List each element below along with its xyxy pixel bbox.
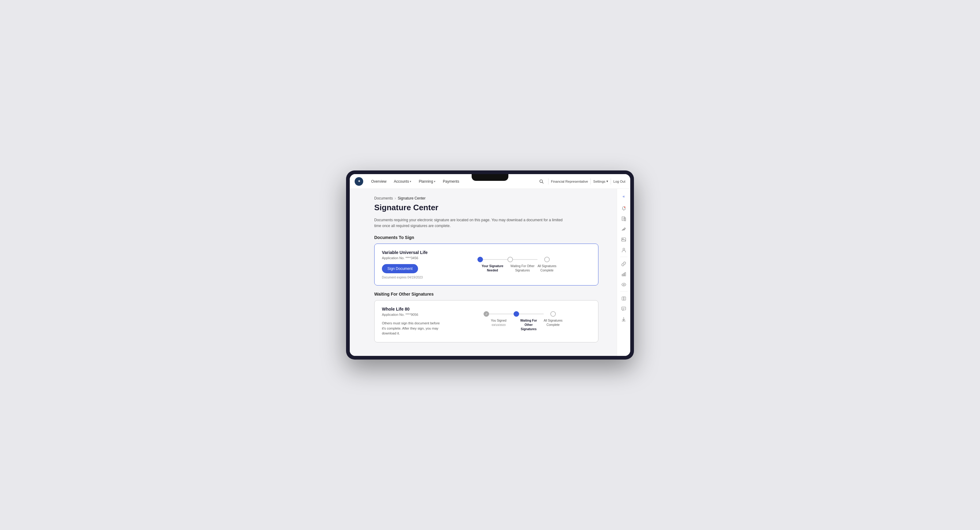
sidebar-right: « bbox=[617, 189, 630, 356]
doc-appno-vul: Application No. ****3456 bbox=[382, 256, 431, 260]
wl-step-2-wrapper: Waiting For OtherSignatures bbox=[514, 311, 544, 332]
wl-step-3-wrapper: All SignaturesComplete bbox=[544, 311, 563, 327]
step-1-line bbox=[477, 257, 508, 262]
sidebar-divider-2 bbox=[620, 291, 627, 292]
nav-divider-3 bbox=[611, 178, 611, 184]
progress-steps-wl80: ✓ You Signed 03/10/2023 bbox=[455, 311, 591, 332]
sidebar-collapse-button[interactable]: « bbox=[620, 192, 628, 200]
nav-divider-2 bbox=[590, 178, 591, 184]
doc-expires-vul: Document expires 04/19/2023 bbox=[382, 276, 431, 279]
breadcrumb: Documents › Signature Center bbox=[374, 196, 598, 200]
wl-step-1-wrapper: ✓ You Signed 03/10/2023 bbox=[484, 311, 514, 327]
doc-info-vul: Variable Universal Life Application No. … bbox=[382, 250, 431, 279]
documents-to-sign-title: Documents To Sign bbox=[374, 235, 598, 240]
wl-step-3-circle bbox=[550, 311, 556, 317]
book-icon[interactable] bbox=[619, 294, 629, 303]
wl-step-1-connector bbox=[489, 314, 514, 314]
document-card-wl80: Whole Life 80 Application No. ****9056 O… bbox=[374, 300, 598, 343]
logout-button[interactable]: Log Out bbox=[613, 179, 625, 183]
bar-chart-icon[interactable] bbox=[619, 269, 629, 279]
step-1-label: Your SignatureNeeded bbox=[482, 264, 503, 273]
breadcrumb-parent[interactable]: Documents bbox=[374, 196, 393, 200]
waiting-section: Waiting For Other Signatures Whole Life … bbox=[374, 292, 598, 343]
step-3-circle bbox=[544, 257, 550, 262]
wl-step-3-line bbox=[550, 311, 556, 317]
wl-step-2-connector bbox=[519, 314, 544, 314]
person-icon[interactable] bbox=[619, 245, 629, 255]
svg-point-2 bbox=[624, 206, 625, 208]
nav-logo-icon: ✦ bbox=[358, 179, 360, 183]
wl-step-1-line: ✓ bbox=[484, 311, 514, 317]
nav-role: Financial Representative bbox=[551, 179, 588, 183]
step-2-wrapper: Waiting For OtherSignatures bbox=[508, 257, 538, 273]
main-content: Documents › Signature Center Signature C… bbox=[350, 189, 617, 356]
nav-planning[interactable]: Planning ▾ bbox=[415, 178, 439, 186]
nav-links: Overview Accounts ▾ Planning ▾ Payments bbox=[368, 178, 537, 186]
nav-payments[interactable]: Payments bbox=[440, 178, 462, 186]
planning-chevron-icon: ▾ bbox=[434, 180, 436, 183]
breadcrumb-current: Signature Center bbox=[398, 196, 426, 200]
message-icon[interactable] bbox=[619, 304, 629, 314]
step-2-circle bbox=[508, 257, 513, 262]
document-icon[interactable] bbox=[619, 214, 629, 224]
settings-menu[interactable]: Settings ▾ bbox=[593, 179, 608, 183]
nav-overview[interactable]: Overview bbox=[368, 178, 390, 186]
page-description: Documents requiring your electronic sign… bbox=[374, 217, 570, 229]
doc-others-text: Others must sign this document before it… bbox=[382, 321, 443, 336]
nav-logo[interactable]: ✦ bbox=[355, 177, 363, 186]
svg-rect-8 bbox=[623, 273, 624, 276]
page-title: Signature Center bbox=[374, 203, 598, 213]
progress-steps-vul: Your SignatureNeeded Waiting For OtherSi… bbox=[443, 257, 591, 273]
document-card-vul: Variable Universal Life Application No. … bbox=[374, 244, 598, 286]
svg-rect-4 bbox=[622, 238, 626, 241]
settings-chevron-icon: ▾ bbox=[606, 179, 608, 183]
nav-divider bbox=[548, 178, 549, 184]
wl-step-1-circle: ✓ bbox=[484, 311, 489, 317]
search-button[interactable] bbox=[537, 177, 546, 186]
breadcrumb-separator: › bbox=[395, 196, 396, 200]
wl-step-2-label: Waiting For OtherSignatures bbox=[516, 319, 541, 332]
waiting-for-other-title: Waiting For Other Signatures bbox=[374, 292, 598, 297]
wl-step-3-label: All SignaturesComplete bbox=[544, 319, 563, 327]
svg-point-10 bbox=[623, 284, 624, 285]
nav-accounts[interactable]: Accounts ▾ bbox=[391, 178, 414, 186]
step-3-line bbox=[544, 257, 550, 262]
download-icon[interactable] bbox=[619, 314, 629, 324]
wl-step-2-circle bbox=[514, 311, 519, 317]
link-icon[interactable] bbox=[619, 259, 629, 269]
doc-name-vul: Variable Universal Life bbox=[382, 250, 431, 255]
content-wrapper: Documents › Signature Center Signature C… bbox=[350, 189, 630, 356]
nav-right: Financial Representative Settings ▾ Log … bbox=[537, 177, 625, 186]
svg-line-1 bbox=[542, 182, 544, 183]
notification-icon[interactable] bbox=[619, 203, 629, 213]
step-2-label: Waiting For OtherSignatures bbox=[511, 264, 535, 273]
svg-rect-9 bbox=[625, 272, 626, 276]
step-3-wrapper: All SignaturesComplete bbox=[538, 257, 557, 273]
svg-rect-7 bbox=[622, 274, 623, 276]
step-1-circle bbox=[477, 257, 483, 262]
step-2-connector bbox=[513, 259, 538, 260]
eye-icon[interactable] bbox=[619, 280, 629, 289]
edit-chart-icon[interactable] bbox=[619, 224, 629, 234]
doc-name-wl80: Whole Life 80 bbox=[382, 306, 443, 311]
svg-point-6 bbox=[623, 248, 625, 250]
svg-rect-12 bbox=[622, 307, 626, 310]
step-1-wrapper: Your SignatureNeeded bbox=[477, 257, 508, 273]
doc-info-wl80: Whole Life 80 Application No. ****9056 O… bbox=[382, 306, 443, 336]
sign-document-button[interactable]: Sign Document bbox=[382, 264, 418, 273]
step-1-connector bbox=[483, 259, 508, 260]
wl-step-1-label: You Signed 03/10/2023 bbox=[491, 319, 506, 327]
image-icon[interactable] bbox=[619, 235, 629, 244]
tablet-notch bbox=[472, 174, 508, 181]
step-2-line bbox=[508, 257, 538, 262]
accounts-chevron-icon: ▾ bbox=[410, 180, 411, 183]
doc-appno-wl80: Application No. ****9056 bbox=[382, 313, 443, 316]
tablet-frame: ✦ Overview Accounts ▾ Planning ▾ Payment… bbox=[346, 170, 634, 360]
tablet-screen: ✦ Overview Accounts ▾ Planning ▾ Payment… bbox=[350, 174, 630, 356]
check-icon: ✓ bbox=[485, 313, 488, 316]
wl-step-2-line bbox=[514, 311, 544, 317]
sidebar-divider-1 bbox=[620, 257, 627, 257]
step-3-label: All SignaturesComplete bbox=[538, 264, 557, 273]
